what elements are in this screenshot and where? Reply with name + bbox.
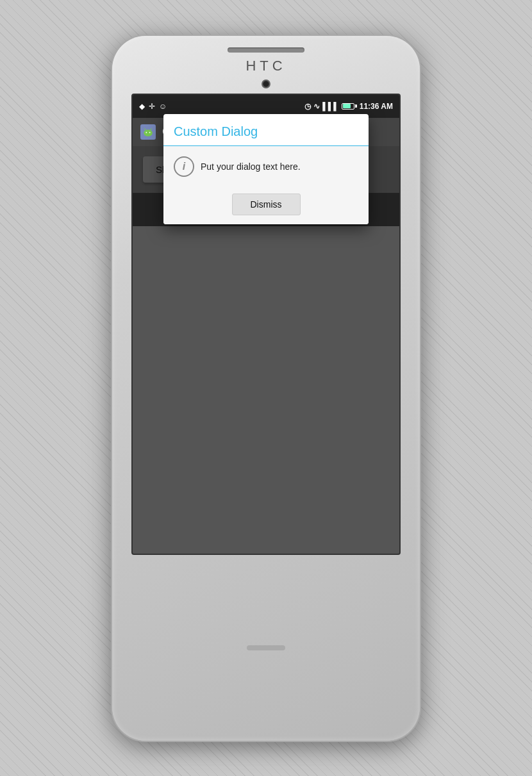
svg-point-1: [145, 131, 147, 133]
phone-screen: ◆ ✛ ☺ ◷ ∿ ▌▌▌ 11:36 AM: [131, 94, 401, 555]
physical-home-button[interactable]: [247, 645, 285, 650]
wifi-icon: ∿: [313, 102, 320, 111]
time-display: 11:36 AM: [360, 102, 393, 111]
status-icons-left: ◆ ✛ ☺: [139, 102, 167, 111]
battery-icon: [342, 103, 357, 110]
alarm-icon: ◷: [304, 102, 311, 111]
custom-dialog: Custom Dialog i Put your dialog text her…: [163, 114, 369, 224]
dialog-overlay: Custom Dialog i Put your dialog text her…: [133, 146, 399, 193]
dialog-footer: Dismiss: [163, 187, 369, 224]
app-icon: [140, 124, 156, 140]
usb-icon: ✛: [149, 102, 155, 111]
bb-icon: ◆: [139, 102, 145, 111]
speaker-grille: [228, 47, 304, 53]
screen-content: Show Custom Dialog Custom Dialog i Put y…: [133, 146, 399, 193]
dismiss-button[interactable]: Dismiss: [232, 194, 301, 215]
svg-point-2: [149, 131, 151, 133]
svg-line-4: [151, 128, 152, 129]
signal-icon: ▌▌▌: [322, 102, 339, 111]
info-icon: i: [174, 156, 194, 177]
front-camera: [262, 79, 270, 88]
svg-point-0: [144, 129, 153, 136]
svg-line-3: [145, 128, 146, 129]
phone-top: htc: [112, 36, 420, 94]
dialog-body: i Put your dialog text here.: [163, 146, 369, 187]
status-icons-right: ◷ ∿ ▌▌▌ 11:36 AM: [304, 102, 393, 111]
phone-bottom: [247, 555, 285, 741]
cat-icon: ☺: [159, 102, 167, 111]
dialog-body-text: Put your dialog text here.: [201, 161, 301, 172]
htc-brand-label: htc: [245, 58, 286, 74]
dialog-title-bar: Custom Dialog: [163, 114, 369, 146]
phone-device: htc ◆ ✛ ☺ ◷ ∿ ▌▌▌ 11:36 AM: [112, 36, 420, 741]
dialog-title: Custom Dialog: [174, 124, 258, 138]
